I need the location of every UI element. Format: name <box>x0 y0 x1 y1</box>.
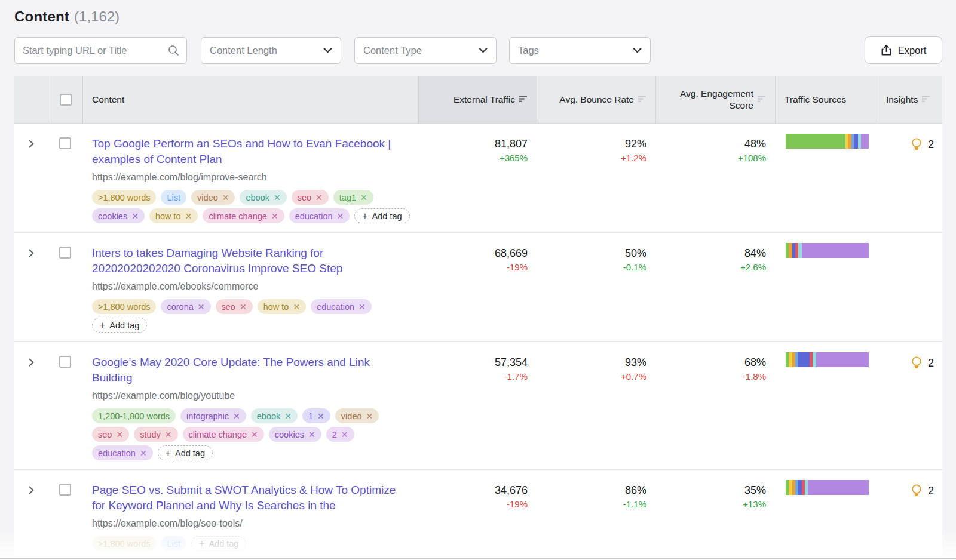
add-tag-button[interactable]: +Add tag <box>191 536 246 551</box>
expand-row-icon[interactable] <box>27 358 35 367</box>
tag[interactable]: seo✕ <box>92 427 129 442</box>
remove-tag-icon[interactable]: ✕ <box>140 449 147 457</box>
external-traffic-cell: 81,807+365% <box>418 124 537 232</box>
content-title-link[interactable]: Top Google Perform an SEOs and How to Ev… <box>92 136 409 167</box>
expand-row-icon[interactable] <box>27 248 35 258</box>
tag[interactable]: how to✕ <box>149 208 198 223</box>
tag[interactable]: >1,800 words <box>92 299 156 314</box>
expand-row-icon[interactable] <box>27 485 35 495</box>
header-external-traffic[interactable]: External Traffic <box>418 76 537 123</box>
tag[interactable]: seo✕ <box>216 299 253 314</box>
tag[interactable]: ebook✕ <box>251 408 298 423</box>
tag[interactable]: corona✕ <box>161 299 210 314</box>
remove-tag-icon[interactable]: ✕ <box>116 430 123 439</box>
remove-tag-icon[interactable]: ✕ <box>315 193 323 202</box>
tags-select[interactable]: Tags <box>509 37 651 64</box>
tag[interactable]: video✕ <box>191 190 235 205</box>
header-engagement-score-label: Avg. Engagement Score <box>671 88 753 112</box>
row-checkbox[interactable] <box>59 247 71 259</box>
remove-tag-icon[interactable]: ✕ <box>358 303 366 311</box>
traffic-sources-cell <box>775 342 877 469</box>
tag[interactable]: tag1✕ <box>333 190 373 205</box>
content-cell: Top Google Perform an SEOs and How to Ev… <box>82 124 418 232</box>
sort-icon[interactable] <box>758 94 766 106</box>
select-all-checkbox[interactable] <box>60 94 72 106</box>
remove-tag-icon[interactable]: ✕ <box>165 430 172 439</box>
tag[interactable]: education✕ <box>311 299 372 314</box>
lightbulb-icon[interactable] <box>911 356 923 370</box>
remove-tag-icon[interactable]: ✕ <box>131 212 139 220</box>
remove-tag-icon[interactable]: ✕ <box>185 212 192 220</box>
tag[interactable]: video✕ <box>335 408 379 423</box>
add-tag-button[interactable]: +Add tag <box>92 318 147 333</box>
remove-tag-icon[interactable]: ✕ <box>198 303 205 311</box>
row-checkbox[interactable] <box>59 356 71 368</box>
content-title-link[interactable]: Page SEO vs. Submit a SWOT Analytics & H… <box>92 482 409 513</box>
tag[interactable]: cookies✕ <box>269 427 321 442</box>
search-icon <box>168 45 179 56</box>
sort-icon[interactable] <box>638 94 646 106</box>
search-box[interactable] <box>14 37 187 64</box>
tag-label: education <box>98 448 136 458</box>
tag-label: education <box>317 302 354 312</box>
remove-tag-icon[interactable]: ✕ <box>317 412 324 420</box>
remove-tag-icon[interactable]: ✕ <box>271 212 278 220</box>
remove-tag-icon[interactable]: ✕ <box>274 193 281 202</box>
tag[interactable]: infographic✕ <box>180 408 246 423</box>
tag-label: List <box>167 539 180 549</box>
tag[interactable]: study✕ <box>134 427 177 442</box>
tag[interactable]: education✕ <box>92 445 153 460</box>
content-type-select[interactable]: Content Type <box>354 37 497 64</box>
expand-row-icon[interactable] <box>27 139 35 149</box>
header-insights[interactable]: Insights <box>877 76 942 123</box>
tag[interactable]: climate change✕ <box>203 208 284 223</box>
content-length-select[interactable]: Content Length <box>201 37 341 64</box>
row-checkbox[interactable] <box>59 137 71 149</box>
lightbulb-icon[interactable] <box>911 137 923 152</box>
tag[interactable]: how to✕ <box>258 299 306 314</box>
tag[interactable]: >1,800 words <box>92 536 156 551</box>
tag-line: >1,800 wordsListvideo✕ebook✕seo✕tag1✕ <box>92 190 409 205</box>
content-title-link[interactable]: Google’s May 2020 Core Update: The Power… <box>92 355 409 386</box>
add-tag-label: Add tag <box>109 321 139 330</box>
export-button[interactable]: Export <box>865 36 942 64</box>
remove-tag-icon[interactable]: ✕ <box>222 193 229 202</box>
tag[interactable]: >1,800 words <box>92 190 156 205</box>
insights-count: 2 <box>928 484 934 498</box>
header-content[interactable]: Content <box>82 76 418 123</box>
tag-label: how to <box>263 302 289 312</box>
remove-tag-icon[interactable]: ✕ <box>360 193 367 202</box>
tag-label: >1,800 words <box>98 193 150 202</box>
row-checkbox[interactable] <box>59 484 71 496</box>
insights-cell: 2 <box>877 470 942 560</box>
add-tag-button[interactable]: +Add tag <box>354 208 409 223</box>
tag[interactable]: education✕ <box>289 208 350 223</box>
remove-tag-icon[interactable]: ✕ <box>293 303 300 311</box>
tag[interactable]: climate change✕ <box>183 427 264 442</box>
tag[interactable]: List <box>161 536 186 551</box>
remove-tag-icon[interactable]: ✕ <box>337 212 344 220</box>
tag[interactable]: ebook✕ <box>240 190 286 205</box>
content-title-link[interactable]: Inters to takes Damaging Website Ranking… <box>92 245 409 276</box>
search-input[interactable] <box>23 45 168 56</box>
tag[interactable]: 2✕ <box>326 427 354 442</box>
add-tag-button[interactable]: +Add tag <box>158 445 213 460</box>
tag[interactable]: seo✕ <box>292 190 329 205</box>
remove-tag-icon[interactable]: ✕ <box>341 430 348 439</box>
remove-tag-icon[interactable]: ✕ <box>233 412 240 420</box>
sort-icon[interactable] <box>519 94 528 106</box>
tag[interactable]: 1✕ <box>302 408 330 423</box>
header-bounce-rate[interactable]: Avg. Bounce Rate <box>537 76 655 123</box>
remove-tag-icon[interactable]: ✕ <box>308 430 315 439</box>
bar-segment-purple <box>816 352 869 367</box>
sort-icon[interactable] <box>922 94 930 106</box>
lightbulb-icon[interactable] <box>911 484 923 498</box>
remove-tag-icon[interactable]: ✕ <box>284 412 292 420</box>
remove-tag-icon[interactable]: ✕ <box>251 430 258 439</box>
remove-tag-icon[interactable]: ✕ <box>366 412 373 420</box>
remove-tag-icon[interactable]: ✕ <box>240 303 247 311</box>
tag[interactable]: List <box>161 190 186 205</box>
header-engagement-score[interactable]: Avg. Engagement Score <box>655 76 775 123</box>
tag[interactable]: 1,200-1,800 words <box>92 408 176 423</box>
tag[interactable]: cookies✕ <box>92 208 145 223</box>
